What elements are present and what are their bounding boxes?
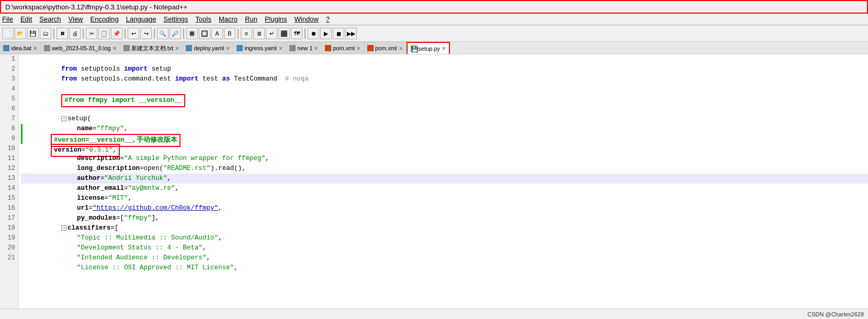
tab-close-web-log[interactable]: ✕: [112, 45, 117, 51]
line-num-7: 7: [3, 114, 15, 124]
line-numbers: 1 2 3 4 5 6 7 8 9 10 11 12 13 14 15 16 1…: [0, 54, 19, 309]
tab-idea-bat[interactable]: idea.bat ✕: [0, 42, 41, 54]
fold-minus-17[interactable]: −: [61, 225, 66, 231]
toolbar-btn-a[interactable]: A: [211, 28, 223, 39]
toolbar-run[interactable]: ▶▶: [345, 28, 357, 39]
menu-help[interactable]: ?: [326, 15, 330, 23]
line-num-8: 8: [3, 124, 15, 134]
tab-icon-pom-xml-1: [325, 45, 331, 51]
tab-close-pom-xml-1[interactable]: ✕: [356, 45, 360, 51]
toolbar-stop[interactable]: ◼: [333, 28, 344, 39]
status-text: CSDN @Charles2628: [807, 311, 864, 317]
line-num-17: 17: [3, 213, 15, 223]
line-num-3: 3: [3, 74, 15, 84]
tab-new-txt[interactable]: 新建文本文档.txt ✕: [120, 42, 183, 54]
tab-icon-pom-xml-2: [367, 45, 374, 51]
tab-label-idea-bat: idea.bat: [11, 45, 31, 51]
menu-view[interactable]: View: [69, 15, 83, 23]
tab-pom-xml-1[interactable]: pom.xml ✕: [322, 42, 364, 54]
tab-pom-xml-2[interactable]: pom.xml ✕: [364, 42, 407, 54]
line-num-19: 19: [3, 233, 15, 243]
title-text: D:\workspace\python-3.12\ffmpy-0.3.1\set…: [5, 3, 187, 11]
toolbar-open[interactable]: 📂: [15, 28, 26, 39]
toolbar-outdent[interactable]: ≣: [253, 28, 265, 39]
menu-edit[interactable]: Edit: [20, 15, 32, 23]
tab-close-new1[interactable]: ✕: [314, 45, 318, 51]
line-num-5: 5: [3, 94, 15, 104]
toolbar-paste[interactable]: 📌: [111, 28, 122, 39]
toolbar-record[interactable]: ⏺: [308, 28, 319, 39]
toolbar-sep-7: [305, 28, 306, 39]
toolbar-find2[interactable]: 🔎: [170, 28, 181, 39]
tab-close-setup-py[interactable]: ✕: [442, 45, 446, 51]
menu-plugins[interactable]: Plugins: [265, 15, 287, 23]
toolbar-zoom-in[interactable]: 🔳: [186, 28, 198, 39]
line-num-12: 12: [3, 164, 15, 174]
toolbar-play[interactable]: ▶: [320, 28, 332, 39]
code-content[interactable]: from setuptools import setup from setupt…: [19, 54, 868, 309]
toolbar-undo[interactable]: ↩: [128, 28, 139, 39]
tab-label-web-log: web_2023-05-31_0.log: [52, 45, 111, 51]
line-num-14: 14: [3, 184, 15, 193]
toolbar-btn-b[interactable]: B: [224, 28, 235, 39]
toolbar-map[interactable]: 🗺: [291, 28, 302, 39]
toolbar: 📄 📂 💾 🗂 ✖ 🖨 ✂ 📋 📌 ↩ ↪ 🔍 🔎 🔳 🔲 A B ≡ ≣ ↵ …: [0, 25, 868, 42]
code-line-4: #from ffmpy import __version__: [21, 84, 868, 94]
menu-language[interactable]: Language: [126, 15, 156, 23]
tab-ingress-yaml[interactable]: ingress.yaml ✕: [233, 42, 286, 54]
toolbar-close[interactable]: ✖: [57, 28, 68, 39]
line-num-13: 13: [3, 174, 15, 184]
toolbar-new[interactable]: 📄: [2, 28, 14, 39]
toolbar-format[interactable]: ⬛: [278, 28, 290, 39]
tab-new1[interactable]: new 1 ✕: [286, 42, 322, 54]
tab-deploy-yaml[interactable]: deploy.yaml ✕: [183, 42, 233, 54]
tab-icon-web-log: [44, 45, 50, 51]
menu-encoding[interactable]: Encoding: [91, 15, 119, 23]
code-line-1: from setuptools import setup: [21, 54, 868, 64]
line-num-4: 4: [3, 84, 15, 94]
toolbar-copy[interactable]: 📋: [98, 28, 110, 39]
toolbar-save-all[interactable]: 🗂: [40, 28, 51, 39]
tab-setup-py[interactable]: 💾 setup.py ✕: [407, 42, 450, 54]
toolbar-redo[interactable]: ↪: [140, 28, 152, 39]
menu-tools[interactable]: Tools: [196, 15, 211, 23]
line-num-20: 20: [3, 243, 15, 253]
toolbar-zoom-out[interactable]: 🔲: [199, 28, 210, 39]
menu-macro[interactable]: Macro: [219, 15, 238, 23]
tab-label-pom-xml-2: pom.xml: [375, 45, 397, 51]
tab-close-deploy-yaml[interactable]: ✕: [226, 45, 230, 51]
tab-close-new-txt[interactable]: ✕: [175, 45, 179, 51]
toolbar-print[interactable]: 🖨: [69, 28, 81, 39]
menu-run[interactable]: Run: [245, 15, 257, 23]
line-num-16: 16: [3, 203, 15, 213]
toolbar-indent[interactable]: ≡: [241, 28, 252, 39]
status-bar: CSDN @Charles2628: [0, 309, 868, 319]
tab-web-log[interactable]: web_2023-05-31_0.log ✕: [41, 42, 120, 54]
code-area: 1 2 3 4 5 6 7 8 9 10 11 12 13 14 15 16 1…: [0, 54, 868, 309]
tab-close-idea-bat[interactable]: ✕: [33, 45, 37, 51]
toolbar-sep-1: [53, 28, 54, 39]
toolbar-sep-4: [154, 28, 155, 39]
line-num-10: 10: [3, 144, 15, 154]
menu-settings[interactable]: Settings: [164, 15, 188, 23]
tab-label-new1: new 1: [297, 45, 312, 51]
code-line-8: #version=__version__,手动修改版本: [21, 124, 868, 134]
toolbar-wrap[interactable]: ↵: [266, 28, 277, 39]
code-line-7: name="ffmpy",: [21, 114, 868, 124]
line-num-21: 21: [3, 253, 15, 263]
tab-close-ingress-yaml[interactable]: ✕: [278, 45, 283, 51]
tab-icon-idea-bat: [3, 45, 9, 51]
toolbar-save[interactable]: 💾: [27, 28, 39, 39]
toolbar-sep-2: [83, 28, 84, 39]
redbox-comment-import: #from ffmpy import __version__: [61, 94, 185, 107]
line-num-11: 11: [3, 154, 15, 164]
toolbar-cut[interactable]: ✂: [86, 28, 97, 39]
tab-close-pom-xml-2[interactable]: ✕: [399, 45, 403, 51]
toolbar-find[interactable]: 🔍: [157, 28, 168, 39]
menu-file[interactable]: File: [2, 15, 13, 23]
menu-search[interactable]: Search: [39, 15, 61, 23]
tab-label-setup-py: setup.py: [419, 45, 441, 52]
fold-minus-6[interactable]: −: [61, 116, 66, 121]
menu-window[interactable]: Window: [295, 15, 319, 23]
line-num-1: 1: [3, 54, 15, 64]
